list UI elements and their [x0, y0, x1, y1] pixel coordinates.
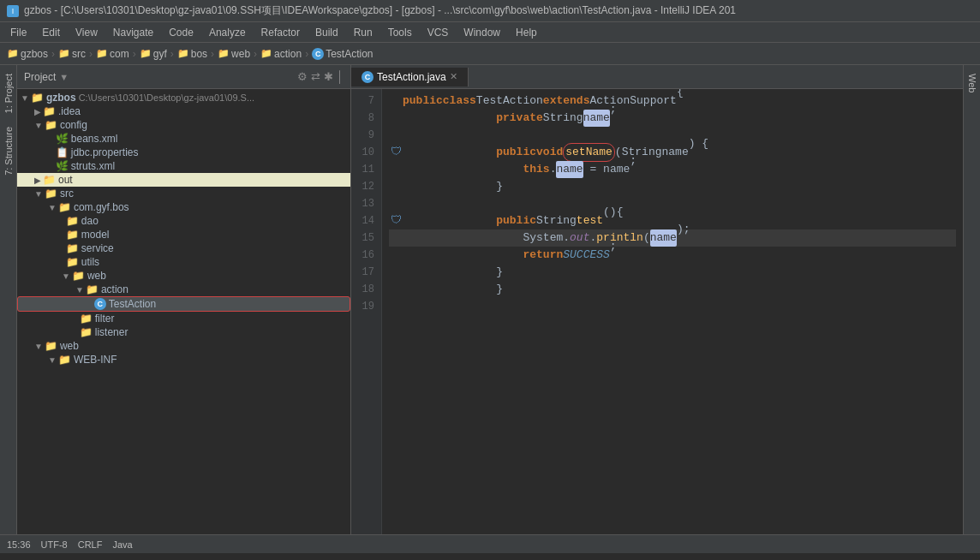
gear-icon[interactable]: ✱: [324, 70, 333, 83]
breadcrumb-action[interactable]: 📁 action: [260, 48, 302, 60]
sync-icon[interactable]: ⇄: [311, 70, 320, 83]
breadcrumb-gyf[interactable]: 📁 gyf: [140, 48, 167, 60]
tree-model[interactable]: 📁 model: [17, 228, 350, 241]
line-numbers: 7 8 9 10 11 12 13 14 15 16 17 18 19: [351, 89, 382, 534]
breadcrumb-bos[interactable]: 📁 bos: [177, 48, 207, 60]
breadcrumb-src[interactable]: 📁 src: [58, 48, 86, 60]
tab-close-icon[interactable]: ✕: [450, 71, 457, 82]
project-tab[interactable]: 1: Project: [2, 69, 15, 118]
tree-webinf[interactable]: ▼ 📁 WEB-INF: [17, 353, 350, 366]
code-editor: C TestAction.java ✕ 7 8 9 10 11 12 13 14…: [351, 65, 963, 534]
tree-web-inner[interactable]: ▼ 📁 web: [17, 269, 350, 283]
tree-com-gyf-bos[interactable]: ▼ 📁 com.gyf.bos: [17, 200, 350, 214]
status-bar: 15:36 UTF-8 CRLF Java: [0, 534, 980, 553]
code-area[interactable]: 7 8 9 10 11 12 13 14 15 16 17 18 19 publ…: [351, 89, 963, 534]
title-bar: I gzbos - [C:\Users\10301\Desktop\gz-jav…: [0, 0, 980, 22]
left-side-tabs: 1: Project 7: Structure: [0, 65, 17, 534]
menu-analyze[interactable]: Analyze: [202, 25, 253, 40]
project-panel-header: Project ▼ ⚙ ⇄ ✱ │: [17, 65, 350, 89]
web-tab[interactable]: Web: [965, 69, 979, 98]
menu-view[interactable]: View: [69, 25, 105, 40]
app-icon: I: [7, 5, 19, 17]
folder-icon: 📁: [218, 48, 230, 59]
tree-root-gzbos[interactable]: ▼ 📁 gzbos C:\Users\10301\Desktop\gz-java…: [17, 91, 350, 104]
tree-out[interactable]: ▶ 📁 out: [17, 173, 350, 187]
menu-edit[interactable]: Edit: [35, 25, 67, 40]
menu-run[interactable]: Run: [347, 25, 379, 40]
editor-tabs: C TestAction.java ✕: [351, 65, 963, 89]
structure-tab[interactable]: 7: Structure: [2, 122, 15, 181]
tree-web-outer[interactable]: ▼ 📁 web: [17, 339, 350, 353]
menu-build[interactable]: Build: [308, 25, 345, 40]
breadcrumb-web[interactable]: 📁 web: [218, 48, 250, 60]
collapse-icon[interactable]: │: [337, 70, 344, 83]
tree-testaction[interactable]: C TestAction: [17, 296, 350, 312]
tree-service[interactable]: 📁 service: [17, 241, 350, 255]
folder-icon: 📁: [260, 48, 272, 59]
project-title: Project: [24, 71, 56, 83]
menu-tools[interactable]: Tools: [381, 25, 419, 40]
settings-icon[interactable]: ⚙: [297, 70, 308, 83]
title-text: gzbos - [C:\Users\10301\Desktop\gz-java0…: [24, 3, 736, 18]
tree-action[interactable]: ▼ 📁 action: [17, 283, 350, 296]
folder-icon: 📁: [177, 48, 189, 59]
status-encoding: UTF-8: [41, 539, 68, 550]
tree-config[interactable]: ▼ 📁 config: [17, 118, 350, 132]
tree-struts-xml[interactable]: 🌿 struts.xml: [17, 159, 350, 173]
class-icon: C: [312, 48, 324, 60]
status-message: 15:36: [7, 539, 31, 550]
right-side-tabs: Web: [963, 65, 980, 534]
menu-window[interactable]: Window: [457, 25, 507, 40]
menu-refactor[interactable]: Refactor: [254, 25, 307, 40]
tree-listener[interactable]: 📁 listener: [17, 325, 350, 339]
breadcrumb-testaction[interactable]: C TestAction: [312, 48, 373, 60]
folder-icon: 📁: [140, 48, 152, 59]
menu-code[interactable]: Code: [162, 25, 200, 40]
menu-file[interactable]: File: [3, 25, 33, 40]
tree-beans-xml[interactable]: 🌿 beans.xml: [17, 132, 350, 146]
project-tree: ▼ 📁 gzbos C:\Users\10301\Desktop\gz-java…: [17, 89, 350, 534]
tree-filter[interactable]: 📁 filter: [17, 312, 350, 325]
menu-vcs[interactable]: VCS: [421, 25, 456, 40]
menu-navigate[interactable]: Navigate: [106, 25, 160, 40]
code-content[interactable]: public class TestAction extends ActionSu…: [382, 89, 963, 534]
menu-help[interactable]: Help: [509, 25, 544, 40]
project-panel: Project ▼ ⚙ ⇄ ✱ │ ▼ 📁 gzbos C:\Users\103…: [17, 65, 351, 534]
folder-icon: 📁: [58, 48, 70, 59]
breadcrumb-gzbos[interactable]: 📁 gzbos: [7, 48, 48, 60]
tree-jdbc-properties[interactable]: 📋 jdbc.properties: [17, 146, 350, 159]
breadcrumb-com[interactable]: 📁 com: [96, 48, 129, 60]
menu-bar: File Edit View Navigate Code Analyze Ref…: [0, 22, 980, 43]
tab-testaction[interactable]: C TestAction.java ✕: [351, 68, 469, 86]
tab-label: TestAction.java: [377, 71, 446, 83]
folder-icon: 📁: [96, 48, 108, 59]
breadcrumb: 📁 gzbos › 📁 src › 📁 com › 📁 gyf › 📁 bos …: [0, 43, 980, 65]
code-line-19: [389, 298, 956, 315]
status-crlf: CRLF: [78, 539, 103, 550]
tab-class-icon: C: [362, 71, 373, 83]
status-lang: Java: [112, 539, 132, 550]
tree-utils[interactable]: 📁 utils: [17, 255, 350, 269]
tree-idea[interactable]: ▶ 📁 .idea: [17, 104, 350, 118]
main-layout: 1: Project 7: Structure Project ▼ ⚙ ⇄ ✱ …: [0, 65, 980, 534]
tree-src[interactable]: ▼ 📁 src: [17, 187, 350, 200]
folder-icon: 📁: [7, 48, 19, 59]
tree-dao[interactable]: 📁 dao: [17, 214, 350, 228]
